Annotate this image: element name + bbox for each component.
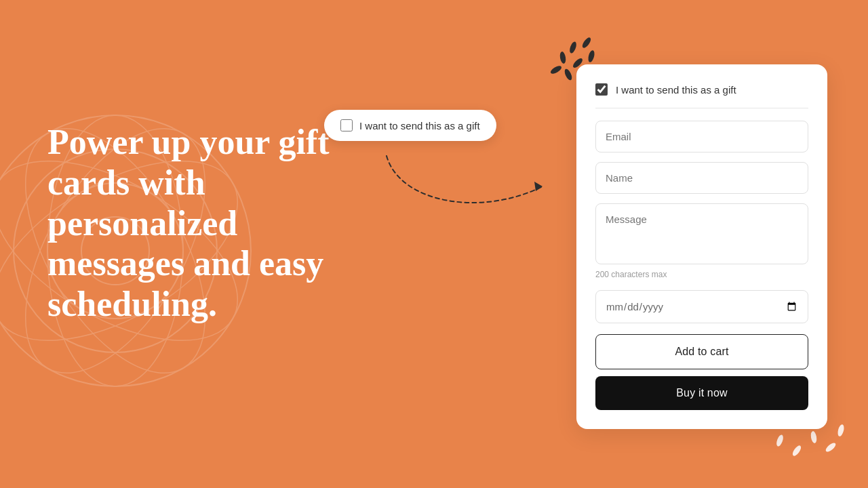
buy-it-now-button[interactable]: Buy it now (595, 376, 808, 410)
card-checkbox-row: I want to send this as a gift (595, 83, 808, 108)
name-input[interactable] (595, 162, 808, 194)
char-limit-text: 200 characters max (595, 270, 808, 279)
floating-checkbox-pill[interactable]: I want to send this as a gift (324, 110, 496, 141)
message-input[interactable] (595, 203, 808, 264)
card-gift-label[interactable]: I want to send this as a gift (616, 84, 736, 96)
email-input[interactable] (595, 121, 808, 152)
gift-card-form: I want to send this as a gift 200 charac… (576, 64, 827, 429)
add-to-cart-button[interactable]: Add to cart (595, 334, 808, 369)
floating-checkbox-input[interactable] (340, 119, 353, 131)
hero-text: Power up your gift cards with personaliz… (47, 122, 339, 325)
card-gift-checkbox[interactable] (595, 83, 608, 96)
date-input[interactable] (595, 290, 808, 323)
floating-checkbox-label[interactable]: I want to send this as a gift (359, 120, 480, 131)
